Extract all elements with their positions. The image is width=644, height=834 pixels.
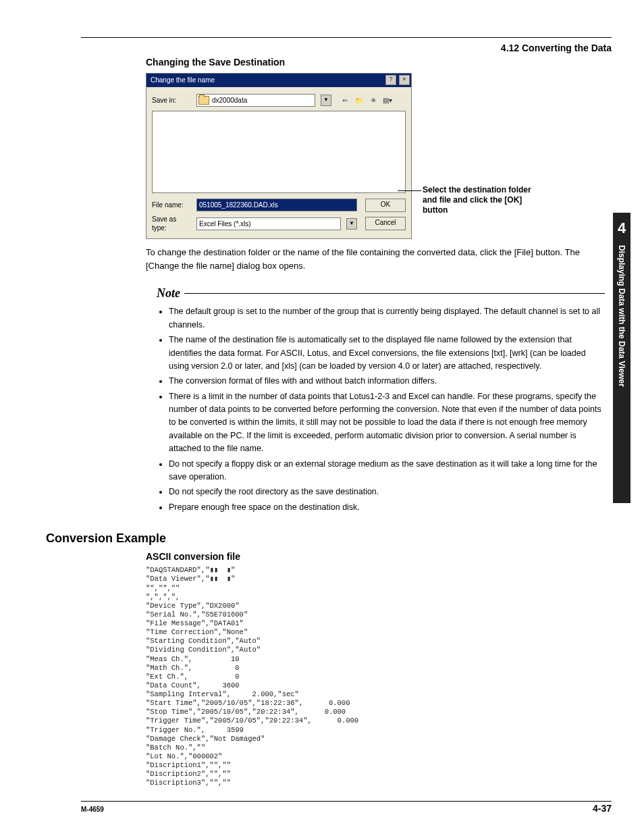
save-as-type-value: Excel Files (*.xls) <box>199 219 251 229</box>
callout-text: Select the destination folder and file a… <box>423 185 537 215</box>
footer-doc-id: M-4659 <box>81 805 104 814</box>
note-item: The default group is set to the number o… <box>169 305 605 332</box>
save-as-type-label: Save as type: <box>152 215 192 233</box>
note-item: There is a limit in the number of data p… <box>169 390 605 456</box>
section-number: 4.12 Converting the Data <box>501 42 612 55</box>
callout-leader-line <box>398 190 421 191</box>
heading-conversion-example: Conversion Example <box>32 530 605 546</box>
note-list: The default group is set to the number o… <box>157 305 605 514</box>
note-heading: Note <box>157 285 180 301</box>
heading-ascii-file: ASCII conversion file <box>146 550 605 563</box>
save-as-type-select[interactable]: Excel Files (*.xls) <box>196 217 341 230</box>
ok-button[interactable]: OK <box>365 199 406 212</box>
up-folder-icon[interactable]: 📁 <box>352 94 365 107</box>
save-in-value: dx2000data <box>212 96 247 105</box>
note-item: Prepare enough free space on the destina… <box>169 501 605 514</box>
views-icon[interactable]: ▤▾ <box>381 94 394 107</box>
body-paragraph-change-dest: To change the destination folder or the … <box>146 246 605 273</box>
file-name-input[interactable]: 051005_1822360.DAD.xls <box>196 199 357 211</box>
chevron-down-icon[interactable]: ▼ <box>346 218 357 230</box>
file-name-value: 051005_1822360.DAD.xls <box>199 201 278 210</box>
close-icon[interactable]: × <box>399 75 410 85</box>
chevron-down-icon[interactable]: ▼ <box>321 95 331 106</box>
save-in-select[interactable]: dx2000data <box>196 94 315 107</box>
back-icon[interactable]: ⇐ <box>338 94 351 107</box>
note-rule <box>184 293 605 294</box>
save-in-label: Save in: <box>152 96 192 105</box>
new-folder-icon[interactable]: ✳ <box>367 94 379 107</box>
heading-changing-destination: Changing the Save Destination <box>146 56 605 69</box>
ascii-conversion-listing: "DAQSTANDARD","▮▮ ▮" "Data Viewer","▮▮ ▮… <box>146 566 605 787</box>
note-item: The conversion format of files with and … <box>169 375 605 388</box>
file-name-label: File name: <box>152 201 192 210</box>
cancel-button[interactable]: Cancel <box>365 217 406 230</box>
note-item: Do not specify a floppy disk or an exter… <box>169 458 605 484</box>
chapter-thumb-tab: 4 Displaying Data with the Data Viewer <box>613 213 630 503</box>
chapter-number: 4 <box>613 213 630 238</box>
chapter-title-vertical: Displaying Data with the Data Viewer <box>616 245 627 495</box>
help-icon[interactable]: ? <box>385 75 396 85</box>
note-item: The name of the destination file is auto… <box>169 334 605 373</box>
file-list-area[interactable] <box>152 111 406 193</box>
dialog-title: Change the file name <box>151 76 383 85</box>
footer-page-number: 4-37 <box>593 802 612 815</box>
folder-icon <box>198 96 209 105</box>
note-item: Do not specify the root directory as the… <box>169 486 605 498</box>
